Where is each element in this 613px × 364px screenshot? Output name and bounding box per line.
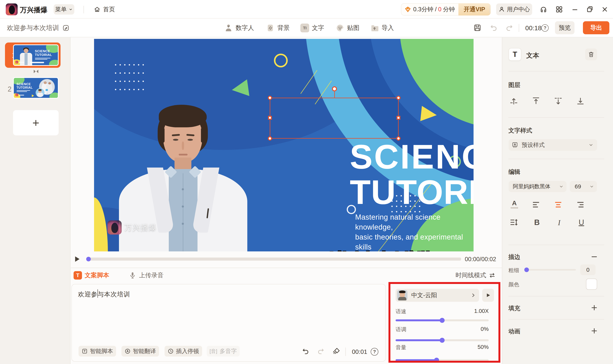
polyphone-button[interactable]: [音] 多音字 [207, 346, 240, 357]
home-button[interactable]: 首页 [93, 5, 115, 14]
tab-upload-audio[interactable]: 上传录音 [129, 271, 164, 280]
export-button[interactable]: 导出 [583, 21, 609, 34]
line-spacing-button[interactable] [509, 218, 518, 227]
stroke-width-slider[interactable] [526, 269, 576, 271]
script-undo-button[interactable] [302, 348, 309, 355]
undo-button[interactable] [490, 24, 498, 32]
pause-clock-icon [168, 348, 174, 354]
restore-button[interactable] [586, 5, 594, 13]
duration-help-icon[interactable]: ? [541, 24, 549, 32]
add-slide-button[interactable]: + [13, 110, 59, 135]
timeline-mode-toggle[interactable]: 时间线模式 [455, 271, 496, 280]
playback-time: 00:00/00:02 [461, 256, 496, 263]
thumb-title-line2: TUTORIAL [16, 86, 33, 90]
slide-1-thumbnail[interactable]: SCIENCE TUTORIAL [13, 44, 59, 66]
smart-translate-button[interactable]: 智能翻译 [121, 346, 159, 357]
canvas-caption[interactable]: 欢迎参与本次培训 [226, 249, 474, 251]
slide-2-thumbnail[interactable]: SCIENCE TUTORIAL [13, 77, 59, 99]
selection-handle-bottom-right[interactable] [396, 136, 400, 141]
italic-button[interactable]: I [555, 218, 564, 227]
minutes-pill[interactable]: 0.3分钟 / 0 分钟 开通VIP [401, 3, 491, 15]
edit-section-label: 编辑 [508, 168, 520, 176]
headset-icon [539, 5, 547, 13]
preset-style-dropdown[interactable]: 预设样式 [509, 139, 597, 151]
close-button[interactable] [601, 5, 609, 13]
apps-grid-button[interactable] [555, 5, 563, 13]
text-cursor [97, 289, 98, 298]
layer-section-label: 图层 [508, 81, 520, 89]
insert-sticker[interactable]: 贴图 [336, 23, 359, 33]
editor-toolbar: 欢迎参与本次培训 数字人 背景 TI 文字 贴图 导入 [0, 19, 613, 37]
text-selection-box[interactable] [270, 98, 399, 139]
canvas-subtitle[interactable]: Mastering natural science knowledge, bas… [355, 212, 474, 251]
selection-rotate-handle[interactable] [332, 86, 337, 91]
edit-title-icon[interactable] [62, 24, 70, 32]
menu-button[interactable]: 菜单 [54, 4, 74, 14]
support-headset-button[interactable] [539, 5, 547, 13]
layer-back-icon [576, 96, 585, 105]
line-spacing-icon [509, 218, 518, 227]
expand-animation-button[interactable] [590, 327, 598, 335]
align-center-button[interactable] [554, 200, 563, 209]
insert-digital-human[interactable]: 数字人 [224, 23, 254, 33]
tab-script[interactable]: T 文案脚本 [74, 271, 109, 280]
preview-button[interactable]: 预览 [555, 21, 574, 34]
canvas-title-line1[interactable]: SCIENCE [350, 140, 474, 174]
selection-handle-top-left[interactable] [268, 96, 272, 100]
script-text[interactable]: 欢迎参与本次培训 [78, 290, 130, 299]
play-button[interactable] [73, 255, 81, 263]
toolbar-item-label: 导入 [382, 24, 394, 32]
animation-section-label: 动画 [508, 327, 520, 336]
font-size-dropdown[interactable]: 69 [570, 181, 597, 192]
minimize-button[interactable] [571, 5, 579, 13]
collapse-stroke-button[interactable] [590, 253, 598, 260]
expand-fill-button[interactable] [590, 304, 598, 312]
delete-element-button[interactable] [585, 49, 597, 60]
playback-knob[interactable] [86, 257, 91, 261]
slide-2-number: 2 [8, 85, 12, 93]
bold-button[interactable]: B [533, 218, 541, 227]
layer-send-back-button[interactable] [576, 96, 585, 105]
deco-yellow-triangle [420, 106, 438, 123]
smart-script-button[interactable]: 智能脚本 [79, 346, 116, 357]
stroke-color-swatch[interactable] [586, 279, 597, 290]
stroke-width-value-box[interactable]: 0 [580, 264, 596, 275]
deco-green-triangle [231, 79, 249, 98]
insert-pause-button[interactable]: 插入停顿 [165, 346, 202, 357]
align-left-button[interactable] [531, 200, 541, 209]
script-footer-divider [345, 348, 346, 356]
playback-progress-bar[interactable] [87, 258, 461, 260]
align-right-button[interactable] [576, 200, 585, 209]
selection-handle-mid-right[interactable] [397, 116, 400, 120]
plus-icon [590, 304, 598, 312]
selection-handle-top-right[interactable] [396, 96, 400, 100]
font-family-dropdown[interactable]: 阿里妈妈数黑体 [509, 181, 566, 192]
digital-human-icon [224, 24, 233, 32]
selection-handle-mid-left[interactable] [268, 116, 272, 120]
font-color-button[interactable]: A [510, 199, 519, 208]
watermark-logo [107, 221, 122, 234]
clear-script-button[interactable] [332, 347, 340, 355]
script-help-icon[interactable]: ? [371, 348, 378, 356]
layer-bring-forward-button[interactable] [509, 96, 518, 105]
thumb-person-circle [36, 88, 44, 97]
canvas-title-line2[interactable]: TUTORIAL [350, 175, 474, 209]
slide-1[interactable]: 1 SCIENCE TUTORIAL [5, 42, 61, 68]
insert-background[interactable]: 背景 [266, 23, 290, 33]
underline-button[interactable]: U [577, 218, 586, 227]
user-center-button[interactable]: 用户中心 [496, 3, 532, 15]
transition-icon[interactable] [33, 69, 39, 73]
video-canvas[interactable]: SCIENCE TUTORIAL Mastering natural scien… [94, 39, 474, 251]
import-media[interactable]: 导入 [370, 23, 394, 33]
layer-send-backward-button[interactable] [554, 96, 563, 105]
layer-bring-front-button[interactable] [531, 96, 541, 105]
selection-handle-bottom-left[interactable] [268, 136, 272, 141]
redo-button[interactable] [505, 24, 513, 32]
script-redo-button[interactable] [317, 348, 325, 355]
stroke-knob[interactable] [524, 268, 529, 272]
insert-text[interactable]: TI 文字 [300, 23, 324, 33]
open-vip-button[interactable]: 开通VIP [458, 3, 491, 15]
save-button[interactable] [473, 24, 481, 32]
deco-dots-grid-topleft [115, 64, 147, 97]
script-editor-card[interactable]: 欢迎参与本次培训 智能脚本 智能翻译 插入停顿 [音] 多音字 00:01 [71, 284, 386, 362]
